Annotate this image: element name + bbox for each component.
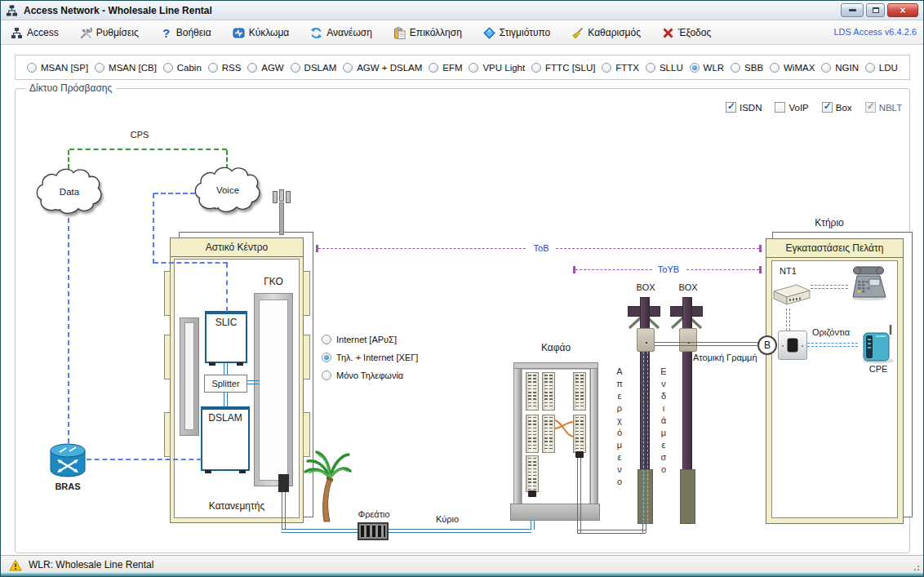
- service-option-radio[interactable]: Τηλ. + Internet [ΧΕΓ]: [322, 350, 418, 365]
- kafao-frame: [513, 362, 522, 510]
- network-type-radio[interactable]: Cabin: [163, 63, 202, 73]
- antenna-panel: [279, 189, 284, 202]
- distributor-label: Κατανεμητής: [187, 500, 287, 512]
- intermediate-label: Ενδιάμεσο: [659, 366, 669, 490]
- radio-label: MSAN [SP]: [41, 63, 88, 73]
- toolbar-button-paste[interactable]: Επικόλληση: [393, 27, 462, 39]
- checkbox-label: NBLT: [879, 103, 903, 113]
- service-option-radio[interactable]: Μόνο Τηλεφωνία: [322, 368, 418, 383]
- feature-checkbox[interactable]: Box: [822, 102, 852, 113]
- aerial-cable-dashed: [647, 352, 648, 525]
- network-type-radio[interactable]: SBB: [731, 63, 763, 73]
- feature-checkbox[interactable]: NBLT: [865, 102, 903, 113]
- toolbar-label: Καθαρισμός: [588, 27, 641, 38]
- radio-label: FTTX: [615, 63, 639, 73]
- resize-grip[interactable]: [912, 563, 920, 571]
- splitter-device: Splitter: [204, 375, 247, 393]
- toolbar-button-circuit[interactable]: Κύκλωμα: [233, 27, 290, 39]
- help-icon: ?: [160, 27, 172, 39]
- premises-wiring: [786, 308, 790, 331]
- toolbar-button-access[interactable]: Access: [11, 27, 59, 39]
- pole1-box-label: BOX: [629, 282, 663, 292]
- toolbar-label: Έξοδος: [678, 27, 711, 38]
- radio-icon: [429, 63, 438, 73]
- app-window: Access Network - Wholesale Line Rental ×…: [0, 0, 924, 577]
- terminal-strip: [526, 455, 539, 492]
- maximize-button[interactable]: [866, 3, 885, 17]
- network-type-radio[interactable]: MSAN [SP]: [27, 63, 88, 73]
- cable-segment: [224, 393, 228, 406]
- network-type-radio[interactable]: FTTX: [602, 63, 639, 73]
- minimize-button[interactable]: [841, 3, 864, 17]
- network-type-radio[interactable]: NGIN: [821, 63, 859, 73]
- network-type-radio[interactable]: WiMAX: [770, 63, 815, 73]
- network-type-radio[interactable]: LDU: [865, 63, 898, 73]
- radio-label: RSS: [222, 63, 242, 73]
- manhole-grate: [358, 522, 389, 540]
- network-type-radio[interactable]: EFM: [429, 63, 462, 73]
- status-bar: WLR: Wholesale Line Rental: [1, 555, 923, 574]
- radio-icon: [322, 353, 331, 362]
- radio-icon: [247, 63, 257, 73]
- network-type-radio[interactable]: WLR: [690, 63, 725, 73]
- network-type-radio[interactable]: AGW + DSLAM: [343, 63, 422, 73]
- paste-icon: [393, 27, 406, 39]
- radio-label: AGW: [261, 63, 283, 73]
- service-option-label: Internet [ΑΡυΣ]: [336, 335, 397, 344]
- toolbar-button-refresh[interactable]: Ανανέωση: [310, 27, 372, 39]
- individual-line-cable: [655, 342, 758, 346]
- cable-segment: [224, 363, 228, 375]
- radio-icon: [95, 63, 104, 73]
- tob-line-end: [759, 245, 762, 252]
- bras-label: BRAS: [48, 482, 87, 491]
- network-type-radio[interactable]: AGW: [247, 63, 283, 73]
- gko-cable-connector: [278, 474, 289, 492]
- network-type-radio[interactable]: VPU Light: [469, 63, 525, 73]
- radio-label: VPU Light: [482, 63, 525, 73]
- minimize-icon: [849, 9, 856, 11]
- feature-checkbox[interactable]: ISDN: [726, 102, 762, 113]
- close-button[interactable]: ×: [887, 3, 918, 17]
- radio-icon: [690, 63, 700, 73]
- terminal-strip: [526, 415, 539, 453]
- radio-icon: [27, 63, 37, 73]
- bras-router: [48, 442, 87, 481]
- toolbar-button-help[interactable]: ? Βοήθεια: [160, 27, 211, 39]
- data-cloud: Data: [35, 166, 104, 218]
- radio-label: EFM: [442, 63, 462, 73]
- service-option-label: Μόνο Τηλεφωνία: [336, 371, 403, 380]
- gko-label: ΓΚΟ: [255, 276, 291, 287]
- feature-checkbox[interactable]: VoIP: [775, 102, 808, 113]
- radio-icon: [531, 63, 541, 73]
- distribution-cable: [578, 530, 646, 534]
- voice-link-dashed: [153, 193, 154, 264]
- radio-label: SBB: [744, 63, 763, 73]
- building-ledge: [303, 335, 310, 379]
- nt1-device: [771, 275, 812, 309]
- cloud-label: Data: [60, 187, 79, 197]
- window-bottom-edge: [1, 573, 923, 576]
- toolbar-button-clean[interactable]: Καθαρισμός: [571, 27, 641, 39]
- tob-line-end: [316, 245, 318, 252]
- pole-sleeve: [680, 469, 695, 524]
- data-link-dashed: [68, 218, 69, 443]
- distribution-cable: [577, 458, 581, 534]
- b-node: B: [757, 335, 777, 355]
- network-type-radio[interactable]: SLLU: [646, 63, 683, 73]
- network-type-radio[interactable]: MSAN [CB]: [95, 63, 157, 73]
- main-cable: [282, 492, 286, 530]
- antenna-panel: [286, 191, 291, 203]
- toolbar-button-exit[interactable]: Έξοδος: [662, 27, 711, 39]
- pole-junction-box: [637, 328, 655, 352]
- pole-sleeve: [637, 469, 653, 524]
- network-type-radio[interactable]: RSS: [208, 63, 242, 73]
- toolbar-button-snapshot[interactable]: Στιγμιότυπο: [483, 27, 550, 39]
- service-option-label: Τηλ. + Internet [ΧΕΓ]: [336, 353, 418, 362]
- radio-icon: [322, 335, 331, 344]
- horizontal-wiring-label: Οριζόντια: [812, 327, 850, 337]
- service-option-radio[interactable]: Internet [ΑΡυΣ]: [322, 332, 418, 347]
- network-type-radio[interactable]: DSLAM: [291, 63, 337, 73]
- network-type-radio[interactable]: FTTC [SLU]: [531, 63, 595, 73]
- toolbar-button-settings[interactable]: Ρυθμίσεις: [80, 27, 139, 39]
- premises-wiring: [807, 343, 858, 347]
